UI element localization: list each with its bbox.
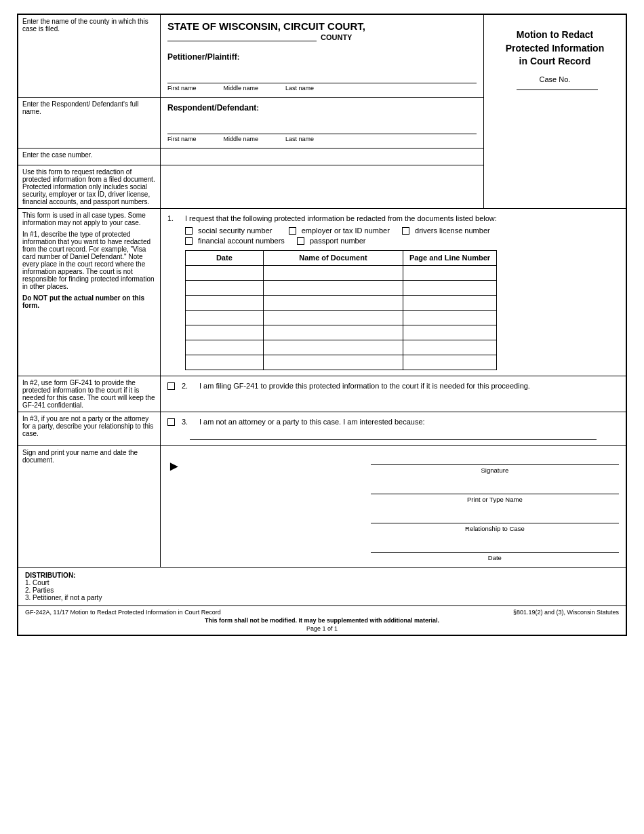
signature-arrow-row: ► Signature [167,452,619,474]
distribution-items: 1. Court2. Parties3. Petitioner, if not … [25,579,619,601]
table-row[interactable] [186,281,497,296]
table-row[interactable] [186,340,497,355]
table-cell[interactable] [403,311,497,325]
document-page: Enter the name of the county in which th… [17,14,627,636]
table-cell[interactable] [263,340,403,355]
table-cell[interactable] [263,311,403,325]
left-instruction-signature: Sign and print your name and date the do… [18,446,161,568]
item3-row: 3. I am not an attorney or a party to th… [167,418,619,426]
date-row: Date [167,539,619,561]
table-cell[interactable] [186,296,264,311]
distribution-cell: DISTRIBUTION: 1. Court2. Parties3. Petit… [18,568,626,606]
table-cell[interactable] [186,281,264,296]
distribution-item: 2. Parties [25,587,619,594]
signature-cell: ► Signature Print or Type Name Rel [161,446,626,568]
relationship-row: Relationship to Case [167,510,619,532]
motion-title: Motion to Redact Protected Information i… [498,28,612,68]
relationship-line[interactable] [371,510,619,523]
signature-label: Signature [371,466,619,474]
print-name-line[interactable] [371,481,619,494]
item1-row: 1. I request that the following protecte… [167,214,619,370]
table-cell[interactable] [403,266,497,281]
left-instruction-respondent: Enter the Respondent/ Defendant's full n… [18,98,161,148]
table-row[interactable] [186,296,497,311]
table-cell[interactable] [263,296,403,311]
distribution-item: 3. Petitioner, if not a party [25,594,619,601]
item2-cell: 2. I am filing GF-241 to provide this pr… [161,376,626,412]
table-cell[interactable] [403,296,497,311]
date-line[interactable] [371,539,619,553]
table-cell[interactable] [403,325,497,340]
arrow-icon: ► [167,458,181,474]
checkbox-item2[interactable] [167,382,175,390]
case-no: Case No. [498,75,612,92]
checkboxes-row2: financial account numbers passport numbe… [185,237,497,245]
case-no-field[interactable] [517,90,598,90]
table-cell[interactable] [186,325,264,340]
date-label: Date [371,554,619,561]
respondent-label: Respondent/Defendant [167,103,256,113]
table-cell[interactable] [403,355,497,370]
footer-cell: GF-242A, 11/17 Motion to Redact Protecte… [18,606,626,635]
checkbox-financial[interactable] [185,237,193,245]
checkboxes-row1: social security number employer or tax I… [185,226,497,235]
distribution-item: 1. Court [25,579,619,587]
motion-title-cell: Motion to Redact Protected Information i… [484,15,626,209]
left-instruction-county: Enter the name of the county in which th… [18,15,161,98]
print-name-label: Print or Type Name [371,496,619,503]
document-table: Date Name of Document Page and Line Numb… [185,250,497,370]
motion-title-box: Motion to Redact Protected Information i… [491,22,619,98]
table-cell[interactable] [186,340,264,355]
respondent-field-labels: First name Middle name Last name [167,136,477,142]
table-cell[interactable] [186,311,264,325]
county-label: COUNTY [321,33,352,41]
main-table: Enter the name of the county in which th… [18,14,626,635]
left-instruction-use: Use this form to request redaction of pr… [18,165,161,209]
left-instruction-alltypes: This form is used in all case types. Som… [18,209,161,376]
item1-cell: 1. I request that the following protecte… [161,209,626,376]
signature-right-block: Signature [371,452,619,474]
relationship-label: Relationship to Case [371,525,619,532]
col-header-name: Name of Document [263,251,403,266]
left-instruction-item3: In #3, if you are not a party or the att… [18,412,161,446]
table-cell[interactable] [263,266,403,281]
item2-row: 2. I am filing GF-241 to provide this pr… [167,382,619,390]
checkbox-employer-tax[interactable] [289,227,296,235]
table-cell[interactable] [186,266,264,281]
col-header-page: Page and Line Number [403,251,497,266]
checkbox-ssn[interactable] [185,227,193,235]
item3-cell: 3. I am not an attorney or a party to th… [161,412,626,446]
court-title: STATE OF WISCONSIN, CIRCUIT COURT, [167,20,365,32]
left-instruction-item2: In #2, use form GF-241 to provide the pr… [18,376,161,412]
petitioner-label: Petitioner/Plaintiff [167,52,237,62]
checkbox-drivers[interactable] [402,227,409,235]
col-header-date: Date [186,251,264,266]
court-header-cell: STATE OF WISCONSIN, CIRCUIT COURT, COUNT… [161,15,484,47]
table-row[interactable] [186,325,497,340]
footer-page: Page 1 of 1 [25,625,619,632]
left-instruction-caseno: Enter the case number. [18,148,161,165]
table-cell[interactable] [263,355,403,370]
blank-right-cell [161,165,484,209]
table-cell[interactable] [186,355,264,370]
petitioner-cell: Petitioner/Plaintiff: First name Middle … [161,47,484,98]
checkbox-passport[interactable] [297,237,304,245]
signature-line[interactable] [371,452,619,465]
footer-right: §801.19(2) and (3), Wisconsin Statutes [513,609,619,616]
table-cell[interactable] [263,281,403,296]
footer-bold: This form shall not be modified. It may … [25,617,619,624]
table-cell[interactable] [403,340,497,355]
table-row[interactable] [186,355,497,370]
footer-top: GF-242A, 11/17 Motion to Redact Protecte… [25,609,619,616]
table-row[interactable] [186,311,497,325]
table-row[interactable] [186,266,497,281]
print-name-row: Print or Type Name [167,481,619,503]
petitioner-field-labels: First name Middle name Last name [167,85,477,92]
distribution-title: DISTRIBUTION: [25,572,619,579]
case-no-main-cell [161,148,484,165]
table-cell[interactable] [263,325,403,340]
table-cell[interactable] [403,281,497,296]
footer-left: GF-242A, 11/17 Motion to Redact Protecte… [25,609,221,616]
respondent-cell: Respondent/Defendant: First name Middle … [161,98,484,148]
checkbox-item3[interactable] [167,418,175,426]
